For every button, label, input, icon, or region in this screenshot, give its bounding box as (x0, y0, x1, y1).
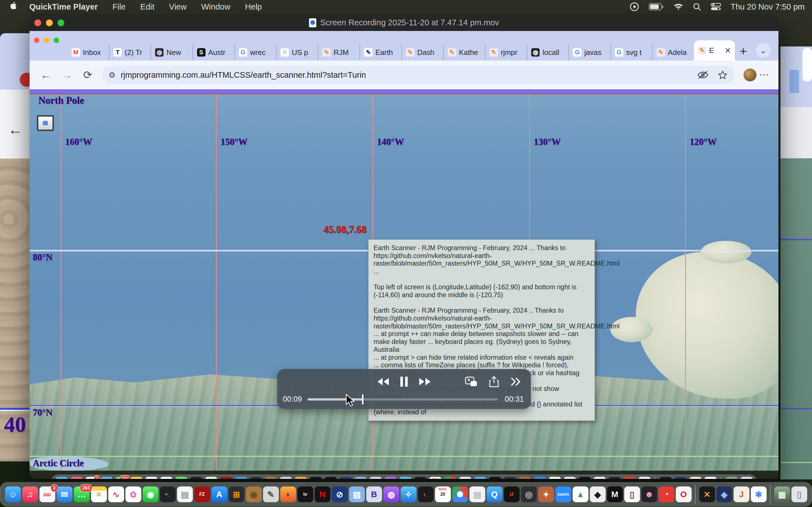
dock-item-facetime[interactable]: ◉ (175, 477, 188, 479)
tab-inbox[interactable]: MInbox (68, 44, 109, 61)
address-bar[interactable]: ⚙︎ rjmprogramming.com.au/HTMLCSS/earth_s… (102, 66, 735, 84)
earth-scanner-map[interactable]: 160°W150°W140°W130°W120°W80°N70°NArctic … (30, 94, 778, 471)
menu-window[interactable]: Window (201, 2, 231, 11)
tab-new[interactable]: ◍New (151, 44, 192, 61)
dock-item-photos[interactable]: ✿ (125, 487, 141, 502)
dock-item-music[interactable]: ♫ (22, 487, 38, 502)
privacy-eye-icon[interactable] (697, 71, 709, 79)
apple-menu[interactable] (10, 2, 17, 12)
dock-item-trash[interactable]: ▯ (741, 477, 753, 479)
dock-item-netflix[interactable]: N (315, 487, 331, 502)
dock-item-emoji-game[interactable]: ☻ (642, 487, 657, 502)
dock-item-zoom[interactable]: zoom (555, 487, 571, 502)
dock-item-app-store[interactable]: A (211, 487, 227, 502)
dock-item-garageband[interactable]: ◎ (521, 487, 537, 502)
active-app-name[interactable]: QuickTime Player (29, 2, 98, 11)
dock-item-podcasts[interactable]: ◍ (384, 477, 397, 479)
dock-item-music[interactable]: ♫ (70, 477, 83, 479)
dock-item-gimp[interactable]: ✎ (263, 487, 279, 502)
dock-item-safari[interactable]: ✧ (401, 487, 416, 502)
menu-help[interactable]: Help (245, 2, 262, 11)
dock-item-apple-tv[interactable]: tv (310, 477, 322, 479)
tab-locall[interactable]: ◍locall (527, 44, 568, 61)
tab-kathe[interactable]: ✎Kathe (443, 44, 485, 61)
dock-item-reminders[interactable]: ≔3 (86, 477, 98, 479)
dock-item-garageband[interactable]: ◎ (504, 477, 516, 479)
tab-wrec[interactable]: Gwrec (234, 44, 276, 61)
dock-item-opera[interactable]: O (676, 487, 692, 502)
dock-item-nomachine[interactable]: ⊘ (340, 477, 352, 479)
dock-item-iterm[interactable]: ›_ (418, 487, 434, 502)
dock-item-passwords[interactable]: ✱ (751, 487, 767, 502)
dock-item-maps[interactable]: ▲ (573, 487, 589, 502)
dock-item-notes[interactable]: ≡ (130, 477, 143, 479)
dock-item-textedit[interactable]: ▤ (177, 487, 193, 502)
dock-item-inkscape[interactable]: ◆ (564, 477, 576, 479)
menu-bar-clock[interactable]: Thu 20 Nov 7:50 pm (730, 2, 805, 11)
background-back-arrow[interactable]: ← (8, 121, 22, 138)
dock-item-facetime[interactable]: ◉ (143, 487, 158, 502)
dock-item-moji[interactable]: M (578, 477, 591, 479)
dock-item-inkscape[interactable]: ◆ (590, 487, 606, 502)
dock-item-freeform[interactable]: ∿ (145, 477, 158, 479)
dock-item-reminders[interactable]: ≔3 (40, 487, 55, 502)
rewind-button[interactable] (376, 378, 389, 386)
battery-icon[interactable] (649, 3, 664, 10)
dock-item-finder[interactable]: ☺ (5, 487, 21, 502)
fast-forward-button[interactable] (419, 378, 432, 386)
dock-item-gimp[interactable]: ✎ (280, 477, 292, 479)
dock-item-nomachine[interactable]: ⊘ (332, 487, 348, 502)
dock-item-textedit[interactable]: ▤ (205, 477, 217, 479)
picture-in-picture-button[interactable] (465, 377, 477, 387)
wifi-icon[interactable] (673, 3, 683, 10)
tab-austr[interactable]: SAustr (193, 44, 234, 61)
dock-item-krita[interactable]: ✦ (538, 487, 554, 502)
dock-item-mail[interactable]: ✉ (100, 477, 113, 479)
url-text[interactable]: rjmprogramming.com.au/HTMLCSS/earth_scan… (121, 70, 366, 80)
dock-item-preview[interactable]: ▧ (354, 477, 367, 479)
dock-item-emoji-game[interactable]: ☻ (608, 477, 621, 479)
dock-item-terminal[interactable]: >_ (190, 477, 202, 479)
menu-edit[interactable]: Edit (140, 2, 154, 11)
dock-item-quicktime[interactable]: Q (487, 487, 502, 502)
dock-item-calculator[interactable]: ⊞ (229, 487, 245, 502)
menu-file[interactable]: File (112, 2, 126, 11)
dock-item-maps[interactable]: ▲ (549, 477, 561, 479)
dock-item-netflix[interactable]: N (324, 477, 337, 479)
dock-item-calendar[interactable]: 20NOV (435, 487, 451, 502)
share-button[interactable] (489, 376, 499, 387)
tab-rjm[interactable]: ✎RJM (318, 44, 359, 61)
dock-item-freeform[interactable]: ∿ (108, 487, 124, 502)
dock-item-iterm[interactable]: ›_ (414, 477, 426, 479)
map-thumbnail-button[interactable] (37, 115, 54, 131)
dock-item-firefox[interactable]: ◗ (280, 487, 296, 502)
dock-item-x-tools[interactable]: ✕ (699, 487, 715, 502)
timeline-playhead[interactable] (362, 394, 363, 404)
dock-item-intellij-idea[interactable]: IJ (489, 477, 501, 479)
dock-item-document[interactable]: ▤ (459, 477, 471, 479)
dock-item-bbedit[interactable]: B (366, 487, 382, 502)
dock-item-messages[interactable]: …203 (74, 487, 90, 502)
close-tab-button[interactable]: ✕ (725, 46, 731, 55)
dock-item-document[interactable]: ▤ (469, 487, 485, 502)
dock-item-diamond-app[interactable]: ◈ (674, 477, 687, 479)
pause-button[interactable] (400, 376, 408, 387)
profile-avatar[interactable] (744, 68, 756, 81)
back-button[interactable]: ← (40, 69, 51, 81)
dock-item-chrome[interactable] (452, 487, 468, 502)
dock-item-contacts[interactable]: ◉ (246, 487, 262, 502)
dock-item-diamond-app[interactable]: ◈ (716, 487, 732, 502)
dock-item-trash[interactable]: ▯ (792, 487, 807, 502)
reload-button[interactable]: ⟳ (83, 69, 92, 81)
timeline-scrubber[interactable] (308, 398, 498, 400)
dock-item-java[interactable]: J (689, 477, 702, 479)
menu-view[interactable]: View (169, 2, 187, 11)
dock-item-podcasts[interactable]: ◍ (384, 487, 399, 502)
dock-item-krita[interactable]: ✦ (519, 477, 531, 479)
dock-item-filezilla[interactable]: FZ (220, 477, 232, 479)
tab-e[interactable]: ✎E✕ (694, 40, 735, 61)
tab-overflow-button[interactable]: ⌄ (756, 43, 770, 58)
dock-item-mail[interactable]: ✉ (57, 487, 72, 502)
dock-item-apple-tv[interactable]: tv (297, 487, 313, 502)
dock-item-intellij-idea[interactable]: IJ (504, 487, 520, 502)
